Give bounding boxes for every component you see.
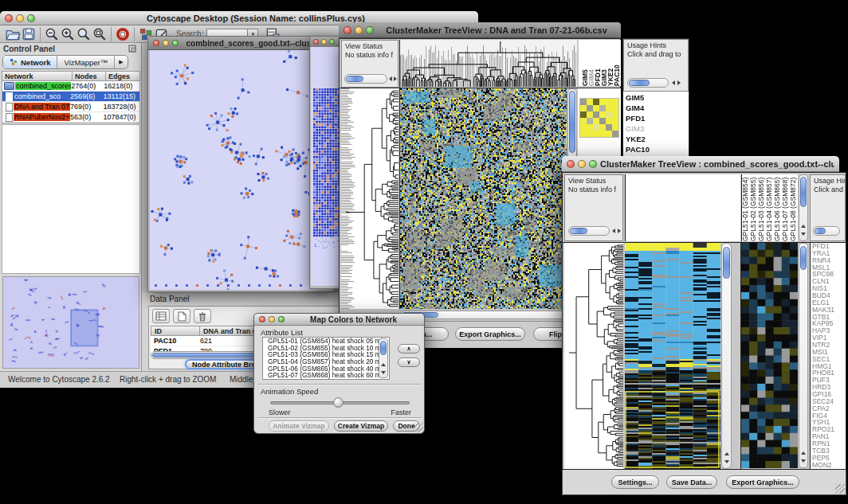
zoom-fit-icon[interactable] <box>76 26 92 42</box>
close-icon[interactable] <box>5 14 13 22</box>
network-overview-navigator[interactable] <box>2 276 139 369</box>
scroll-left-icon[interactable] <box>389 76 392 81</box>
scroll-down-icon[interactable] <box>801 232 806 236</box>
treeview1-heatmap[interactable] <box>400 88 567 309</box>
select-attributes-icon[interactable] <box>152 309 170 323</box>
scroll-right-icon[interactable] <box>618 229 621 233</box>
minimize-icon[interactable] <box>163 40 169 46</box>
column-label[interactable]: GPL51-07 (GSM868) <box>782 174 790 241</box>
help-lifering-icon[interactable] <box>115 26 131 42</box>
zoom-window-icon[interactable] <box>589 160 597 168</box>
mini-heatmap-cell[interactable] <box>599 105 606 111</box>
gene-label[interactable]: TCB3 <box>811 447 846 455</box>
gene-label[interactable]: PFD1 <box>811 243 846 250</box>
gene-label[interactable]: YSH1 <box>811 419 846 426</box>
column-label[interactable]: GPL51-01 (GSM854) <box>742 174 750 241</box>
network-table-row[interactable]: combined_scores 2764(0) 16218(0) <box>2 81 139 92</box>
mini-heatmap-cell[interactable] <box>587 118 593 124</box>
treeview2-vscrollbar[interactable] <box>721 243 732 469</box>
column-label[interactable]: GIM5 <box>582 40 588 86</box>
mini-heatmap-cell[interactable] <box>580 99 587 105</box>
gene-label[interactable]: RPO21 <box>811 426 846 433</box>
column-label[interactable]: GPL51-03 (GSM856) <box>758 174 766 241</box>
gene-label[interactable]: RNR4 <box>811 257 846 264</box>
mini-heatmap-cell[interactable] <box>593 99 599 105</box>
tab-network[interactable]: Network <box>3 56 57 68</box>
gene-label[interactable]: FIG4 <box>811 412 846 420</box>
gene-label[interactable]: YKE2 <box>623 135 689 145</box>
gene-label[interactable]: SPC98 <box>811 271 846 278</box>
treeview2-collabel-vscrollbar[interactable] <box>799 174 808 241</box>
resize-grip[interactable] <box>414 423 423 432</box>
usage-hints-hscrollbar[interactable] <box>813 226 840 236</box>
gene-label[interactable]: PAN1 <box>811 433 846 440</box>
network-table-row[interactable]: combined_sco 2569(6) 13112(15) <box>2 92 139 102</box>
mini-heatmap-cell[interactable] <box>599 131 606 137</box>
mini-heatmap-cell[interactable] <box>606 105 612 111</box>
scroll-right-icon[interactable] <box>394 76 397 81</box>
attribute-item[interactable]: GPL51-07 (GSM868) heat shock 60 min <box>265 372 389 379</box>
export-graphics-button[interactable]: Export Graphics... <box>455 327 525 341</box>
gene-label[interactable]: MON2 <box>811 462 846 469</box>
mini-heatmap-cell[interactable] <box>587 99 593 105</box>
treeview1-column-dendrogram[interactable] <box>400 40 577 87</box>
minimize-icon[interactable] <box>269 316 275 322</box>
column-label[interactable]: GPL51-04 (GSM857) <box>766 174 774 241</box>
mini-heatmap-cell[interactable] <box>606 99 612 105</box>
mini-heatmap-cell[interactable] <box>606 111 612 118</box>
treeview2-titlebar[interactable]: ClusterMaker TreeView : combined_scores_… <box>562 156 839 172</box>
gene-label[interactable]: SEC24 <box>811 398 846 405</box>
treeview2-column-dendrogram-area[interactable] <box>625 174 740 241</box>
column-label[interactable]: GPL51-02 (GSM855) <box>750 174 758 241</box>
mini-heatmap-cell[interactable] <box>593 105 599 111</box>
gene-label[interactable]: NTR2 <box>811 342 846 349</box>
zoom-window-icon[interactable] <box>329 39 335 45</box>
gene-label[interactable]: PHO81 <box>811 369 846 377</box>
scroll-down-icon[interactable] <box>801 459 806 463</box>
network-table-row[interactable]: DNA and Tran 07 769(0) 183728(0) <box>2 102 139 112</box>
network-view-titlebar[interactable]: combined_scores_good.txt--cluste... <box>148 37 334 50</box>
mini-heatmap-cell[interactable] <box>606 118 612 124</box>
gene-label[interactable]: CPA2 <box>811 405 846 412</box>
minimize-icon[interactable] <box>578 160 586 168</box>
scroll-left-icon[interactable] <box>672 80 675 85</box>
col-network[interactable]: Network <box>2 71 73 81</box>
gene-label[interactable]: HAP3 <box>811 327 846 334</box>
column-label[interactable]: PAC10 <box>614 40 620 86</box>
mini-heatmap-cell[interactable] <box>599 111 606 118</box>
gene-label[interactable]: CLN1 <box>811 278 846 285</box>
gene-label[interactable]: GPI16 <box>811 391 846 398</box>
mini-heatmap-cell[interactable] <box>593 111 599 118</box>
mini-heatmap-cell[interactable] <box>580 105 587 111</box>
zoom-selected-icon[interactable] <box>92 26 108 42</box>
scroll-up-icon[interactable] <box>801 225 806 228</box>
mini-heatmap-cell[interactable] <box>599 99 606 105</box>
zoom-window-icon[interactable] <box>366 26 374 34</box>
zoom-out-icon[interactable] <box>44 26 60 42</box>
close-icon[interactable] <box>313 39 319 45</box>
treeview1-hscrollbar[interactable] <box>400 311 567 319</box>
close-icon[interactable] <box>153 40 159 46</box>
column-label[interactable]: YKE2 <box>607 40 614 86</box>
column-label[interactable]: GPL51-06 (GSM865) <box>774 174 782 241</box>
gene-label[interactable]: ELG1 <box>811 299 846 307</box>
mini-heatmap-cell[interactable] <box>580 124 587 131</box>
mini-heatmap-cell[interactable] <box>612 131 618 137</box>
gene-label[interactable]: GTB1 <box>811 314 846 321</box>
save-data-button[interactable]: Save Data... <box>666 475 717 489</box>
treeview1-row-dendrogram[interactable] <box>341 88 398 309</box>
gene-label[interactable]: PFD1 <box>623 114 689 124</box>
column-label[interactable]: GIM3 <box>601 40 607 86</box>
move-down-button[interactable]: ∨ <box>398 357 420 367</box>
mini-heatmap-cell[interactable] <box>612 118 618 124</box>
gene-label[interactable]: HMG1 <box>811 363 846 370</box>
view-status-hscrollbar[interactable] <box>344 74 387 84</box>
scroll-up-icon[interactable] <box>381 363 386 366</box>
minimize-icon[interactable] <box>321 39 327 45</box>
save-icon[interactable] <box>21 26 37 42</box>
treeview2-heatmap[interactable] <box>625 243 720 469</box>
treeview1-mini-heatmap[interactable] <box>579 98 619 138</box>
mini-heatmap-cell[interactable] <box>606 124 612 131</box>
treeview1-titlebar[interactable]: ClusterMaker TreeView : DNA and Tran 07-… <box>339 22 621 38</box>
gene-label[interactable]: NIS1 <box>811 285 846 292</box>
